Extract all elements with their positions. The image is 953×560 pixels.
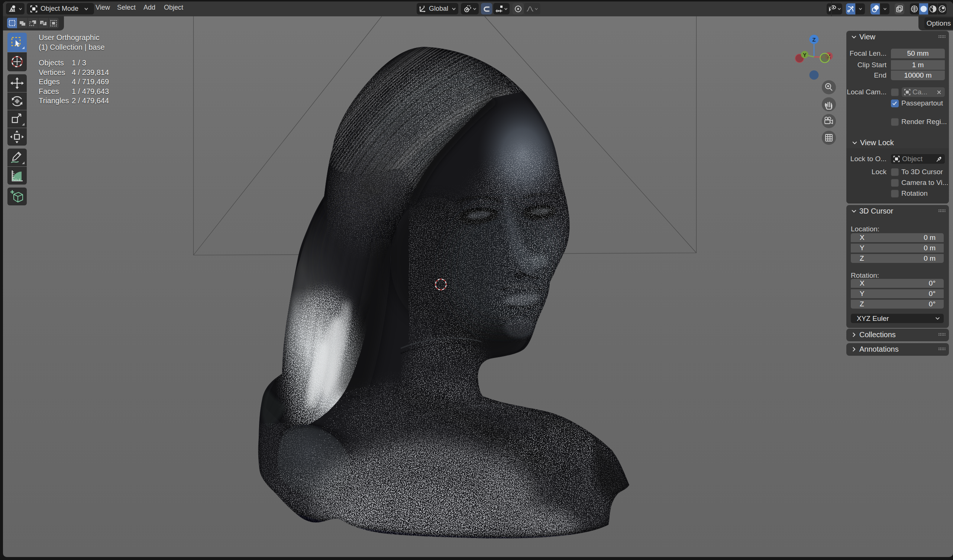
svg-text:Z: Z: [812, 36, 815, 43]
svg-text:Y: Y: [803, 52, 807, 58]
